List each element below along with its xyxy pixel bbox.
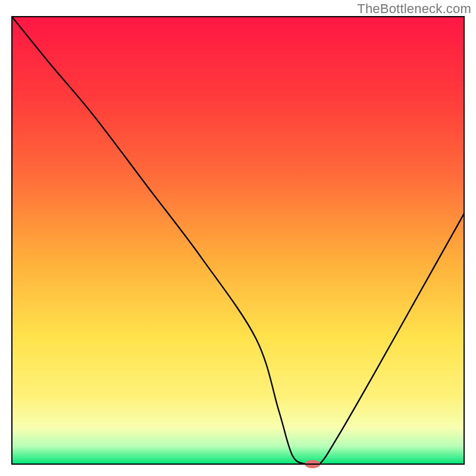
- plot-background: [12, 17, 464, 464]
- chart-svg: [0, 0, 476, 476]
- attribution-label: TheBottleneck.com: [357, 1, 471, 17]
- bottleneck-chart: TheBottleneck.com: [0, 0, 476, 476]
